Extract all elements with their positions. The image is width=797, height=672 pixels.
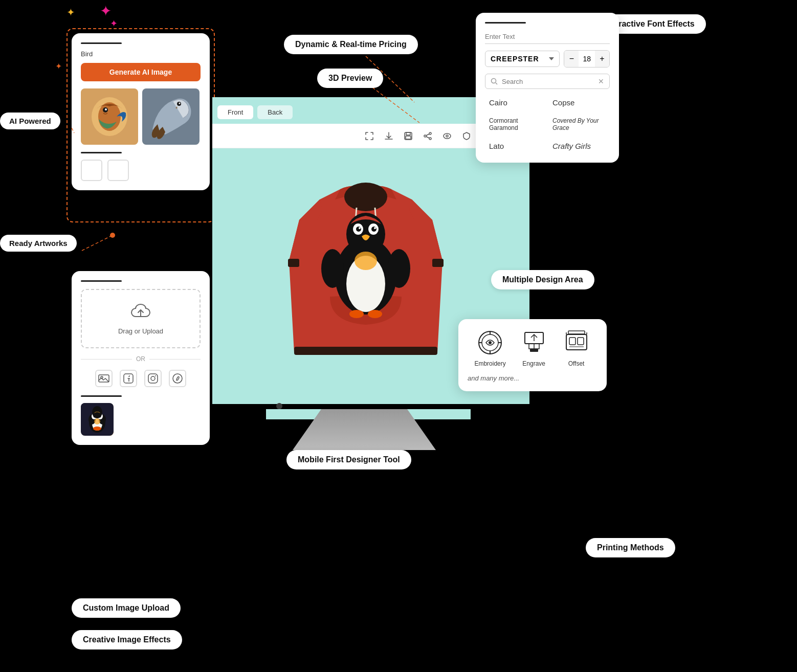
- svg-rect-37: [432, 259, 444, 267]
- share-icon[interactable]: [420, 129, 435, 143]
- save-icon[interactable]: [401, 129, 415, 143]
- svg-rect-38: [294, 347, 437, 355]
- generate-ai-image-button[interactable]: Generate AI Image: [81, 63, 201, 81]
- svg-point-48: [359, 227, 361, 229]
- instagram-icon[interactable]: [144, 370, 162, 387]
- engrave-method: Engrave: [520, 328, 548, 367]
- designer-toolbar: $99.00: [212, 124, 519, 148]
- multiple-design-area-label: Multiple Design Area: [491, 270, 594, 289]
- svg-point-47: [371, 227, 377, 232]
- search-icon: [491, 78, 498, 85]
- svg-line-59: [496, 83, 497, 84]
- ai-bird-image-1: [81, 88, 138, 145]
- embroidery-label: Embroidery: [474, 360, 505, 367]
- svg-point-57: [110, 233, 115, 238]
- ai-powered-label: AI Powered: [0, 113, 60, 129]
- bird-art-1: [81, 88, 138, 145]
- svg-rect-65: [530, 349, 538, 352]
- printing-card: Embroidery Engrave: [458, 319, 607, 391]
- svg-point-50: [355, 252, 377, 270]
- tab-front[interactable]: Front: [217, 105, 253, 119]
- ready-artworks-label: Ready Artworks: [0, 235, 77, 252]
- font-controls: CREEPSTER − 18 +: [485, 50, 610, 68]
- printing-icons-row: Embroidery Engrave: [468, 328, 597, 367]
- svg-point-49: [374, 227, 376, 229]
- upload-card-divider: [81, 280, 122, 282]
- shield-icon[interactable]: [459, 129, 474, 143]
- upload-card: Drag or Upload OR: [72, 271, 210, 445]
- and-more-text: and many more...: [468, 374, 597, 382]
- font-size-value: 18: [579, 55, 595, 63]
- pinterest-icon[interactable]: [169, 370, 186, 387]
- dynamic-pricing-label: Dynamic & Real-time Pricing: [284, 35, 418, 54]
- svg-point-7: [179, 103, 181, 104]
- upload-text: Drag or Upload: [90, 327, 191, 335]
- svg-point-24: [92, 406, 102, 418]
- download-icon[interactable]: [382, 129, 396, 143]
- font-cairo[interactable]: Cairo: [485, 95, 546, 110]
- svg-point-62: [489, 341, 492, 344]
- creative-image-effects-label: Creative Image Effects: [72, 630, 182, 649]
- upload-area[interactable]: Drag or Upload: [81, 289, 201, 348]
- svg-rect-11: [148, 374, 158, 383]
- social-icons-row: [81, 370, 201, 387]
- ai-card: Bird Generate AI Image: [72, 33, 210, 190]
- embroidery-method: Embroidery: [474, 328, 505, 367]
- ai-bird-image-2: [142, 88, 200, 145]
- mobile-first-label: Mobile First Designer Tool: [286, 450, 411, 469]
- custom-image-upload-label: Custom Image Upload: [72, 598, 181, 618]
- enter-text-input[interactable]: [485, 30, 610, 44]
- svg-point-42: [388, 249, 410, 288]
- font-card-divider: [485, 22, 526, 24]
- svg-point-31: [424, 135, 426, 137]
- ai-images-row: [81, 88, 201, 145]
- svg-point-14: [173, 374, 182, 383]
- engrave-icon: [520, 328, 548, 357]
- preview-penguin-img: [81, 403, 114, 436]
- ai-card-bird-label: Bird: [81, 50, 201, 58]
- font-lato[interactable]: Lato: [485, 139, 546, 153]
- svg-point-13: [155, 375, 156, 376]
- font-size-increase-button[interactable]: +: [595, 51, 609, 67]
- ai-card-divider-2: [81, 152, 122, 153]
- svg-rect-29: [406, 136, 411, 139]
- font-covered[interactable]: Covered By Your Grace: [548, 114, 610, 135]
- svg-rect-28: [406, 132, 410, 135]
- preview-icon[interactable]: [440, 129, 454, 143]
- fullscreen-icon[interactable]: [362, 129, 377, 143]
- svg-point-52: [368, 310, 382, 318]
- svg-point-4: [105, 108, 107, 110]
- or-text: OR: [136, 355, 145, 363]
- font-search-input[interactable]: [502, 78, 594, 85]
- font-cormorant[interactable]: Cormorant Garamond: [485, 114, 546, 135]
- sparkle-2: ✦: [100, 3, 112, 19]
- svg-line-56: [82, 235, 113, 251]
- ai-thumb-2[interactable]: [107, 160, 129, 181]
- font-family-select[interactable]: CREEPSTER: [485, 51, 560, 67]
- font-search-box[interactable]: ✕: [485, 74, 610, 89]
- preview-3d-label: 3D Preview: [317, 69, 383, 88]
- font-search-clear[interactable]: ✕: [598, 77, 604, 85]
- sparkle-4: ✦: [55, 61, 62, 71]
- svg-point-35: [344, 183, 387, 211]
- font-copse[interactable]: Copse: [548, 95, 610, 110]
- font-size-control: − 18 +: [564, 50, 610, 68]
- gallery-icon[interactable]: [95, 370, 113, 387]
- svg-point-46: [356, 227, 361, 232]
- font-size-decrease-button[interactable]: −: [564, 51, 579, 67]
- tab-back[interactable]: Back: [257, 105, 293, 119]
- upload-card-divider-2: [81, 395, 122, 397]
- facebook-icon[interactable]: [120, 370, 137, 387]
- hoodie-svg: [279, 159, 453, 363]
- ai-thumb-row: [81, 160, 201, 181]
- svg-point-32: [429, 138, 431, 140]
- svg-point-33: [444, 133, 451, 139]
- svg-rect-69: [578, 338, 584, 345]
- printing-methods-label: Printing Methods: [586, 538, 675, 557]
- ai-thumb-1[interactable]: [81, 160, 102, 181]
- svg-rect-36: [288, 259, 299, 267]
- upload-icon: [90, 302, 191, 324]
- svg-rect-71: [568, 331, 585, 334]
- font-crafty-girls[interactable]: Crafty Girls: [548, 139, 610, 153]
- designer-tabs: Front Back: [212, 100, 519, 124]
